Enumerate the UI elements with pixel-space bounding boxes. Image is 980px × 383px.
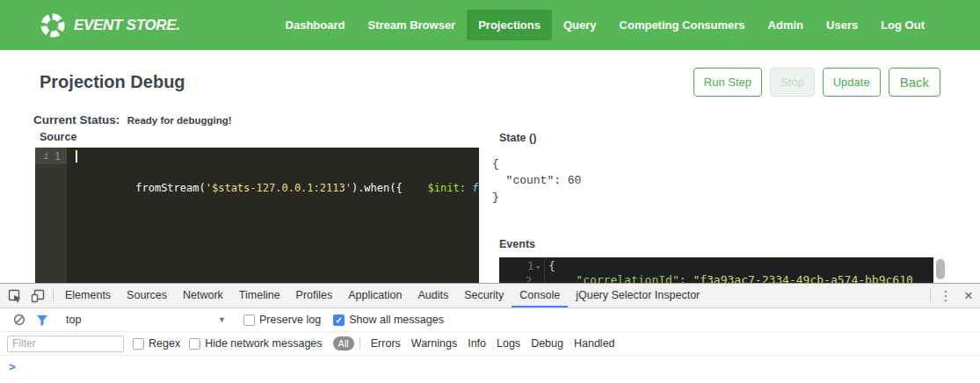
main-content: Projection Debug Run Step Stop Update Ba… — [0, 50, 980, 283]
events-code-line: { — [548, 259, 933, 273]
json-key: "correlationId" — [548, 273, 679, 283]
nav-item-dashboard[interactable]: Dashboard — [274, 10, 357, 40]
chevron-down-icon: ▼ — [218, 315, 226, 324]
page: EVENT STORE. Dashboard Stream Browser Pr… — [0, 0, 980, 383]
devtools-menu-icon[interactable]: ⋮ — [934, 284, 957, 307]
console-output[interactable]: > — [0, 356, 980, 383]
nav-item-competing-consumers[interactable]: Competing Consumers — [608, 10, 757, 40]
filter-level-info[interactable]: Info — [462, 337, 491, 350]
nav-item-query[interactable]: Query — [552, 10, 608, 40]
nav-item-projections[interactable]: Projections — [467, 10, 552, 40]
filter-input[interactable] — [7, 336, 124, 352]
run-step-button[interactable]: Run Step — [693, 68, 762, 97]
events-scrollbar-thumb[interactable] — [936, 259, 945, 279]
page-title: Projection Debug — [40, 72, 185, 92]
code-token: fromStream( — [135, 182, 205, 194]
regex-checkbox[interactable]: Regex — [133, 337, 180, 350]
events-heading: Events — [499, 238, 535, 250]
toolbar-separator — [53, 289, 54, 302]
filter-level-handled[interactable]: Handled — [569, 337, 621, 350]
nav-item-log-out[interactable]: Log Out — [869, 10, 936, 40]
events-line1-number: 1 — [527, 259, 534, 272]
back-button[interactable]: Back — [889, 68, 940, 97]
clear-console-icon[interactable] — [8, 314, 31, 326]
devtools-tabbar: Elements Sources Network Timeline Profil… — [0, 284, 980, 308]
devtools-tabbar-right: ⋮ × — [926, 284, 980, 307]
devtools-panel: Elements Sources Network Timeline Profil… — [0, 283, 980, 383]
events-editor[interactable]: 1▾ 2 { "correlationId": "f3a93ac7-2334-4… — [499, 257, 933, 283]
checkbox-checked: ✓ — [333, 314, 345, 326]
state-json: { "count": 60 } — [492, 155, 581, 206]
console-prompt-icon: > — [9, 360, 16, 373]
console-filter-row: Regex Hide network messages All Errors W… — [0, 332, 980, 356]
json-value: "f3a93ac7-2334-49cb-a574-bb9c610 — [693, 273, 912, 283]
filter-all-badge[interactable]: All — [333, 336, 354, 350]
events-code-line: "correlationId": "f3a93ac7-2334-49cb-a57… — [548, 273, 933, 283]
checkbox-unchecked — [133, 338, 144, 350]
hide-network-messages-checkbox[interactable]: Hide network messages — [189, 337, 322, 350]
regex-label: Regex — [149, 337, 180, 350]
source-line-number: 1 — [54, 150, 61, 163]
checkbox-unchecked — [189, 338, 200, 350]
toolbar-separator — [930, 289, 931, 302]
device-toolbar-icon[interactable] — [26, 284, 49, 307]
nav-item-stream-browser[interactable]: Stream Browser — [356, 10, 467, 40]
filter-level-warnings[interactable]: Warnings — [406, 337, 462, 350]
status-label: Current Status: — [33, 113, 120, 126]
events-scrollbar-track[interactable] — [933, 257, 947, 283]
brand[interactable]: EVENT STORE. — [40, 12, 180, 39]
tab-elements[interactable]: Elements — [57, 284, 119, 307]
execution-context-select[interactable]: top ▼ — [66, 314, 231, 326]
code-token: ).when({ — [352, 182, 403, 194]
source-editor-code: fromStream('$stats-127.0.0.1:2113').when… — [67, 148, 479, 283]
text-caret — [76, 150, 77, 163]
nav-item-admin[interactable]: Admin — [757, 10, 815, 40]
status-value: Ready for debugging! — [127, 115, 232, 126]
json-separator: : — [679, 273, 693, 283]
info-annotation-icon: i — [43, 150, 49, 162]
devtools-close-icon[interactable]: × — [957, 284, 980, 307]
tab-application[interactable]: Application — [340, 284, 410, 307]
show-all-messages-label: Show all messages — [349, 314, 444, 326]
tab-audits[interactable]: Audits — [410, 284, 456, 307]
tab-jquery-selector-inspector[interactable]: jQuery Selector Inspector — [568, 284, 708, 307]
tab-console[interactable]: Console — [512, 284, 568, 307]
source-heading: Source — [40, 131, 76, 143]
brand-text: EVENT STORE. — [74, 17, 180, 34]
inspect-element-icon[interactable] — [4, 284, 26, 307]
nav-items: Dashboard Stream Browser Projections Que… — [274, 10, 936, 40]
state-heading: State () — [499, 132, 536, 144]
stop-button[interactable]: Stop — [770, 68, 815, 97]
filter-funnel-icon[interactable] — [31, 314, 54, 326]
tab-security[interactable]: Security — [456, 284, 512, 307]
hide-network-messages-label: Hide network messages — [205, 337, 322, 350]
update-button[interactable]: Update — [823, 68, 881, 97]
events-line2-number: 2 — [525, 274, 532, 283]
source-code-editor[interactable]: i 1 fromStream('$stats-127.0.0.1:2113').… — [35, 148, 479, 283]
filter-level-errors[interactable]: Errors — [366, 337, 406, 350]
checkbox-unchecked — [243, 314, 255, 326]
nav-item-users[interactable]: Users — [815, 10, 869, 40]
code-token-keyword: fu — [466, 182, 479, 194]
events-editor-code: { "correlationId": "f3a93ac7-2334-49cb-a… — [545, 257, 933, 283]
code-token-variable: $init: — [403, 182, 466, 194]
events-editor-gutter: 1▾ 2 — [499, 257, 545, 283]
tab-sources[interactable]: Sources — [119, 284, 175, 307]
level-separator — [359, 337, 360, 350]
filter-level-logs[interactable]: Logs — [491, 337, 526, 350]
code-token-string: '$stats-127.0.0.1:2113' — [206, 182, 352, 194]
status-row: Current Status: Ready for debugging! — [33, 112, 232, 127]
preserve-log-label: Preserve log — [259, 314, 321, 326]
fold-arrow-icon[interactable]: ▾ — [536, 263, 541, 271]
filter-level-debug[interactable]: Debug — [526, 337, 569, 350]
console-toolbar: top ▼ Preserve log ✓ Show all messages — [0, 308, 980, 332]
show-all-messages-checkbox[interactable]: ✓ Show all messages — [333, 314, 444, 326]
kebab-glyph: ⋮ — [940, 288, 953, 304]
tab-network[interactable]: Network — [175, 284, 231, 307]
tab-profiles[interactable]: Profiles — [288, 284, 341, 307]
preserve-log-checkbox[interactable]: Preserve log — [243, 314, 321, 326]
tab-timeline[interactable]: Timeline — [231, 284, 288, 307]
close-glyph: × — [964, 287, 973, 305]
event-store-logo-icon — [40, 12, 66, 39]
execution-context-value: top — [66, 314, 81, 326]
